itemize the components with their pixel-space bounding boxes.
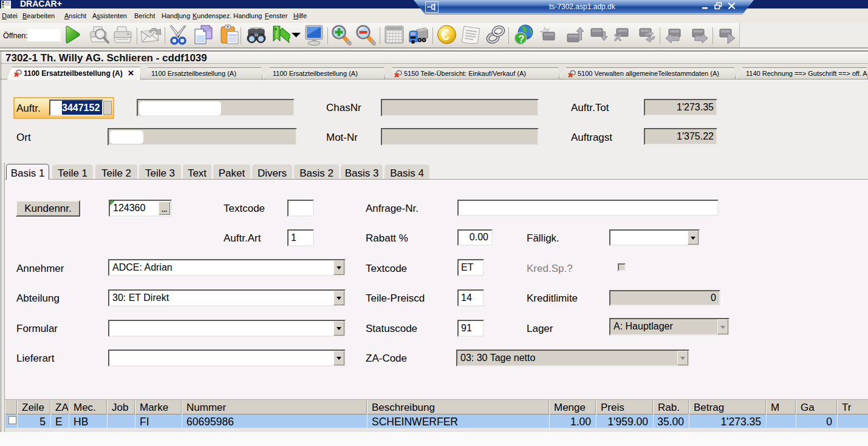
svg-text:?: ? [518,33,524,45]
svg-text:€: € [441,26,449,43]
